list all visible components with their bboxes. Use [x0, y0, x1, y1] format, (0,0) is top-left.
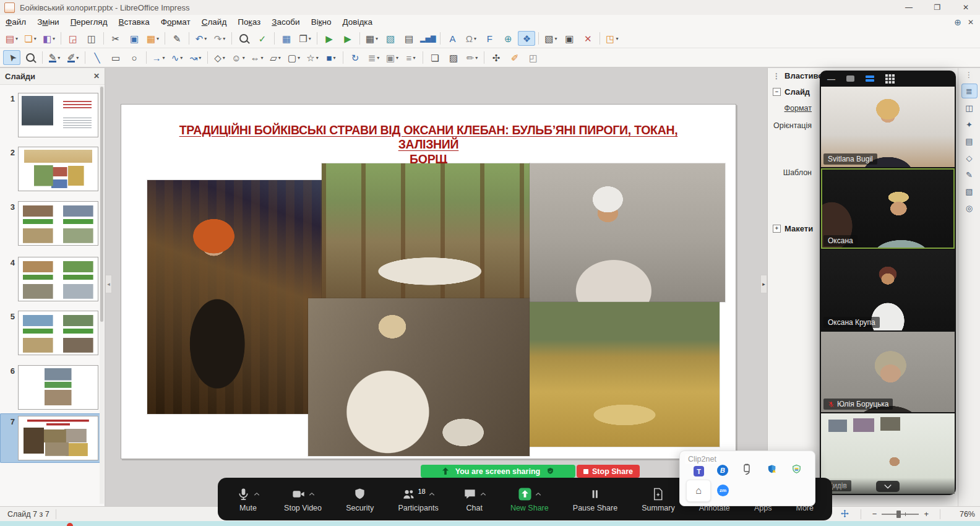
curves-polygons-button[interactable]: ∿▾ [168, 50, 186, 65]
chevron-down-icon[interactable]: ▾ [376, 36, 378, 41]
chevron-up-icon[interactable] [480, 492, 486, 496]
start-slideshow-button[interactable]: ▶ [320, 31, 338, 46]
slide-thumbnail-6[interactable]: 6 [0, 363, 103, 412]
usb-icon[interactable] [742, 463, 752, 475]
layouts-section-header[interactable]: + Макети [773, 224, 813, 233]
fontwork-button[interactable]: F [481, 31, 498, 46]
chevron-down-icon[interactable]: ▾ [34, 36, 37, 41]
flowchart-button[interactable]: ▱▾ [267, 50, 284, 65]
zoom-slider[interactable] [882, 514, 919, 515]
chevron-up-icon[interactable] [429, 492, 435, 496]
chevron-down-icon[interactable]: ▾ [333, 55, 336, 61]
fill-color-button[interactable]: ✐▾ [64, 50, 82, 65]
stop-video-button[interactable]: Stop Video [284, 486, 322, 512]
connectors-button[interactable]: ↝▾ [187, 50, 204, 65]
language-globe-icon[interactable]: ⊕ [954, 17, 961, 27]
security-button[interactable]: Security [346, 486, 374, 512]
chevron-down-icon[interactable]: ▾ [223, 36, 225, 41]
insert-table-button[interactable]: ▦▾ [363, 31, 380, 46]
menu-слайд[interactable]: Слайд [196, 16, 233, 28]
participant-tile-4[interactable]: Юлія Боруцька [821, 332, 955, 412]
redo-button[interactable]: ↷▾ [211, 31, 228, 46]
slide-thumbnail-2[interactable]: 2 [0, 144, 103, 194]
zoom-in-button[interactable]: + [924, 509, 929, 519]
select-button[interactable]: ➤ [3, 50, 20, 65]
menu-показ[interactable]: Показ [232, 16, 266, 28]
chevron-down-icon[interactable]: ▾ [474, 36, 476, 41]
slide-thumbnail-7[interactable]: 7 [0, 413, 103, 463]
sidebar-tab-properties[interactable]: ≣ [961, 84, 978, 98]
menu-файл[interactable]: Файл [0, 16, 32, 28]
basic-shapes-button[interactable]: ◇▾ [211, 50, 228, 65]
chat-button[interactable]: Chat [463, 486, 486, 512]
chevron-down-icon[interactable]: ▾ [180, 55, 183, 61]
close-button[interactable]: ✕ [952, 1, 980, 15]
zoom-video-window[interactable]: — Svitlana BugilОксанаОксана КрупаЮлія Б… [820, 71, 956, 495]
align-button[interactable]: ≣▾ [365, 50, 382, 65]
slide-properties-button[interactable]: ◳▾ [603, 31, 621, 46]
clone-formatting-button[interactable]: ✎ [168, 31, 186, 46]
speaker-view-icon[interactable] [846, 75, 854, 82]
display-mode-button[interactable]: ❐▾ [296, 31, 314, 46]
image-filter-button[interactable]: ▨ [445, 50, 462, 65]
pause-share-button[interactable]: Pause Share [573, 486, 617, 512]
minimize-view-icon[interactable]: — [827, 74, 835, 84]
sidebar-grip-icon[interactable]: ⋮ [773, 72, 781, 80]
print-button[interactable]: ◫ [83, 31, 100, 46]
sidebar-tab-animation[interactable]: ✦ [961, 117, 978, 132]
chevron-up-icon[interactable] [254, 492, 260, 496]
arrange-button[interactable]: ▣▾ [384, 50, 401, 65]
save-button[interactable]: ◧▾ [40, 31, 58, 46]
sidebar-tab-shapes[interactable]: ◇ [961, 150, 978, 165]
block-arrows-button[interactable]: ⇔▾ [248, 50, 265, 65]
chevron-down-icon[interactable]: ▾ [15, 36, 18, 41]
insert-line-button[interactable]: ╲ [88, 50, 106, 65]
collapse-section-icon[interactable]: − [773, 88, 781, 96]
gallery-view-icon[interactable] [885, 74, 895, 84]
copy-button[interactable]: ▣ [126, 31, 143, 46]
slideshow-from-current-button[interactable]: ▶ [339, 31, 356, 46]
chevron-down-icon[interactable]: ▾ [309, 36, 311, 41]
insert-textbox-button[interactable]: A [444, 31, 461, 46]
participant-tile-5[interactable]: Дидів [821, 413, 955, 494]
new-slide-button[interactable]: ▧▾ [542, 31, 559, 46]
zoom-slider-handle[interactable] [896, 511, 901, 518]
new-button[interactable]: ▤▾ [3, 31, 20, 46]
callouts-button[interactable]: ▢▾ [285, 50, 303, 65]
collapse-tiles-button[interactable] [876, 481, 900, 492]
expand-section-icon[interactable]: + [773, 225, 781, 233]
distribute-button[interactable]: ≡▾ [402, 50, 419, 65]
ellipse-button[interactable]: ○ [126, 50, 143, 65]
slide-thumbnail-1[interactable]: 1 [0, 90, 103, 140]
multi-speaker-view-icon[interactable] [866, 75, 874, 82]
teams-icon[interactable]: T [694, 466, 704, 476]
chevron-down-icon[interactable]: ▾ [413, 55, 415, 61]
display-grid-button[interactable]: ▦ [278, 31, 295, 46]
clip2net-icon[interactable]: ⌂ [686, 480, 711, 502]
stop-share-button[interactable]: Stop Share [577, 465, 640, 478]
symbol-shapes-button[interactable]: ☺▾ [230, 50, 247, 65]
shadow-button[interactable]: ❏ [426, 50, 444, 65]
slide-thumbnail-3[interactable]: 3 [0, 199, 103, 248]
chevron-up-icon[interactable] [309, 492, 315, 496]
paste-button[interactable]: ▦▾ [144, 31, 161, 46]
chevron-down-icon[interactable]: ▾ [223, 55, 225, 61]
line-color-button[interactable]: ✎▾ [46, 50, 63, 65]
participant-tile-3[interactable]: Оксана Крупа [821, 250, 955, 330]
participant-tile-1[interactable]: Svitlana Bugil [821, 87, 955, 167]
chevron-down-icon[interactable]: ▾ [396, 55, 398, 61]
chevron-down-icon[interactable]: ▾ [53, 36, 55, 41]
chevron-down-icon[interactable]: ▾ [157, 36, 159, 41]
pointer-mode-button[interactable]: ✏▾ [463, 50, 481, 65]
left-panel-collapse-handle[interactable]: ◂ [105, 275, 112, 293]
zoom-percent[interactable]: 76% [952, 510, 975, 519]
defender-warning-icon[interactable] [767, 464, 777, 475]
menu-перегляд[interactable]: Перегляд [65, 16, 113, 28]
chevron-down-icon[interactable]: ▾ [58, 55, 60, 61]
mute-button[interactable]: Mute [236, 486, 260, 512]
find-replace-button[interactable] [235, 31, 252, 46]
lines-and-arrows-button[interactable]: →▾ [150, 50, 167, 65]
zoom-button[interactable] [22, 50, 39, 65]
rotate-button[interactable]: ↻ [346, 50, 364, 65]
new-share-button[interactable]: New Share [510, 486, 549, 512]
